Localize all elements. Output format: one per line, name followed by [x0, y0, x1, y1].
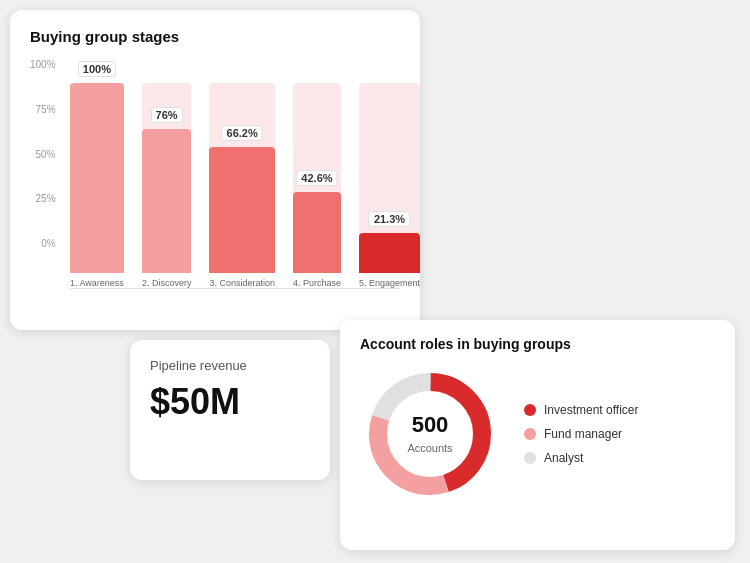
bar-fill: 21.3%	[359, 233, 420, 273]
bars-container: 100%1. Awareness76%2. Discovery66.2%3. C…	[70, 99, 400, 289]
bar-x-label: 3. Consideration	[209, 278, 275, 288]
bar-bg: 76%	[142, 83, 192, 273]
bar-x-label: 5. Engagement	[359, 278, 420, 288]
legend-item: Analyst	[524, 451, 639, 465]
bar-pct-label: 42.6%	[296, 170, 337, 186]
bar-group: 100%1. Awareness	[70, 83, 124, 288]
bar-group: 66.2%3. Consideration	[209, 83, 275, 288]
donut-sub: Accounts	[407, 442, 452, 454]
bar-group: 76%2. Discovery	[142, 83, 192, 288]
bar-pct-label: 100%	[78, 61, 116, 77]
y-axis-label: 0%	[41, 238, 55, 249]
roles-content: 500 Accounts Investment officerFund mana…	[360, 364, 715, 504]
bar-fill: 76%	[142, 129, 192, 273]
legend-label: Fund manager	[544, 427, 622, 441]
bar-fill: 66.2%	[209, 147, 275, 273]
bar-bg: 21.3%	[359, 83, 420, 273]
bar-fill: 42.6%	[293, 192, 341, 273]
roles-card: Account roles in buying groups 500 Accou…	[340, 320, 735, 550]
legend-item: Investment officer	[524, 403, 639, 417]
y-axis-label: 100%	[30, 59, 56, 70]
legend-label: Analyst	[544, 451, 583, 465]
y-axis: 100%75%50%25%0%	[30, 59, 62, 249]
bar-group: 21.3%5. Engagement	[359, 83, 420, 288]
legend-item: Fund manager	[524, 427, 639, 441]
legend-dot	[524, 452, 536, 464]
bar-x-label: 4. Purchase	[293, 278, 341, 288]
pipeline-label: Pipeline revenue	[150, 358, 310, 373]
bar-pct-label: 76%	[151, 107, 183, 123]
bar-x-label: 1. Awareness	[70, 278, 124, 288]
y-axis-label: 75%	[36, 104, 56, 115]
bar-bg: 66.2%	[209, 83, 275, 273]
bar-bg: 100%	[70, 83, 124, 273]
bar-fill: 100%	[70, 83, 124, 273]
roles-title: Account roles in buying groups	[360, 336, 715, 352]
bar-pct-label: 21.3%	[369, 211, 410, 227]
donut-center: 500 Accounts	[407, 412, 452, 456]
legend-dot	[524, 404, 536, 416]
bar-x-label: 2. Discovery	[142, 278, 192, 288]
bar-group: 42.6%4. Purchase	[293, 83, 341, 288]
legend: Investment officerFund managerAnalyst	[524, 403, 639, 465]
bar-bg: 42.6%	[293, 83, 341, 273]
bar-chart: 100%75%50%25%0% 100%1. Awareness76%2. Di…	[30, 59, 400, 289]
y-axis-label: 25%	[36, 193, 56, 204]
bar-pct-label: 66.2%	[222, 125, 263, 141]
legend-dot	[524, 428, 536, 440]
stages-title: Buying group stages	[30, 28, 400, 45]
legend-label: Investment officer	[544, 403, 639, 417]
y-axis-label: 50%	[36, 149, 56, 160]
donut-chart: 500 Accounts	[360, 364, 500, 504]
pipeline-value: $50M	[150, 381, 310, 423]
pipeline-card: Pipeline revenue $50M	[130, 340, 330, 480]
stages-card: Buying group stages 100%75%50%25%0% 100%…	[10, 10, 420, 330]
donut-number: 500	[407, 412, 452, 438]
